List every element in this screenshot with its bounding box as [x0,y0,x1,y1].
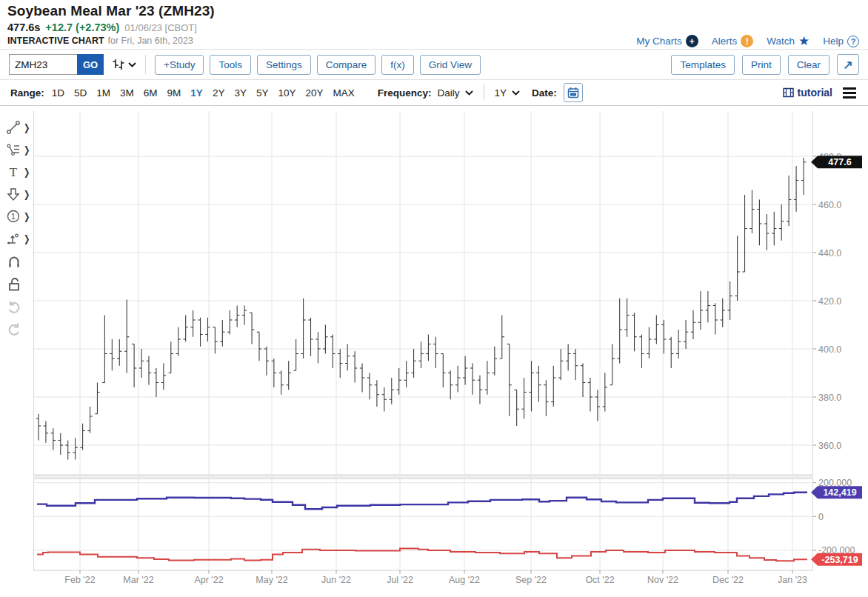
svg-text:1: 1 [11,212,16,221]
help-link[interactable]: Help ? [823,36,859,47]
price-date-exchange: 01/06/23 [CBOT] [124,22,197,33]
range-1y-active[interactable]: 1Y [190,87,203,99]
undo-icon [6,298,22,315]
frequency-dropdown[interactable]: Daily [438,87,473,99]
chart-toolbar: GO +Study Tools Settings Compare f(x) Gr… [0,50,868,80]
chevron-right-icon: ❯ [24,189,30,199]
measure-tool[interactable]: ❯ [0,229,33,248]
settings-button[interactable]: Settings [257,55,311,75]
tools-button[interactable]: Tools [210,55,251,75]
templates-button[interactable]: Templates [671,55,735,75]
star-icon: ★ [798,35,809,47]
range-5y[interactable]: 5Y [256,87,269,99]
svg-text:-253,719: -253,719 [821,555,858,565]
symbol-search: GO [9,54,104,75]
range-9m[interactable]: 9M [167,87,181,99]
measure-icon [6,231,21,246]
last-price: 477.6s [7,21,40,33]
range-max[interactable]: MAX [333,87,354,99]
date-label: Date: [532,87,557,99]
expand-chart-button[interactable]: ↗ [837,54,859,75]
svg-text:Jun '22: Jun '22 [321,575,351,585]
text-icon: T [6,164,21,179]
chart-type-selector[interactable] [111,58,136,71]
range-10y[interactable]: 10Y [278,87,296,99]
svg-text:440.0: 440.0 [818,248,841,259]
interactive-chart-page: { "header": { "title": "Soybean Meal Mar… [0,0,868,597]
arrow-annotation-tool[interactable]: ❯ [0,184,33,204]
date-picker-button[interactable] [564,83,583,102]
chevron-down-icon [465,90,473,96]
magnet-tool[interactable] [0,253,33,272]
redo-button[interactable] [0,319,33,338]
tutorial-video-icon [783,87,794,98]
function-button[interactable]: f(x) [381,55,414,75]
range-2y[interactable]: 2Y [213,87,225,99]
svg-text:Aug '22: Aug '22 [449,575,480,585]
undo-button[interactable] [0,297,33,316]
page-title: Soybean Meal Mar '23 (ZMH23) [7,3,861,19]
range-divider [484,84,484,101]
grid-view-button[interactable]: Grid View [420,55,481,75]
trendline-icon [6,120,21,135]
svg-text:Sep '22: Sep '22 [515,575,547,585]
drawing-tools-rail: ❯ ❯ T ❯ ❯ [0,106,33,570]
price-chart-canvas[interactable]: 480.0460.0440.0420.0400.0380.0360.0200,0… [0,106,868,597]
svg-text:460.0: 460.0 [818,200,841,210]
menu-hamburger-icon[interactable] [841,86,858,100]
svg-text:Nov '22: Nov '22 [647,575,678,585]
period-dropdown[interactable]: 1Y [495,87,521,99]
chevron-right-icon: ❯ [24,233,30,244]
expand-arrow-icon: ↗ [843,58,852,72]
svg-text:420.0: 420.0 [818,296,841,307]
plus-circle-icon: + [686,35,698,47]
question-icon: ? [847,36,859,47]
range-3y[interactable]: 3Y [234,87,247,99]
svg-text:Oct '22: Oct '22 [585,575,614,585]
lock-tool[interactable] [0,275,33,294]
range-6m[interactable]: 6M [144,87,158,99]
price-row: 477.6s +12.7 (+2.73%) 01/06/23 [CBOT] [7,21,861,33]
magnet-icon [6,254,22,270]
range-3m[interactable]: 3M [120,87,134,99]
svg-text:477.6: 477.6 [828,157,851,167]
range-1m[interactable]: 1M [96,87,110,99]
text-tool[interactable]: T ❯ [0,162,33,181]
fibonacci-tool[interactable]: ❯ [0,140,33,159]
ohlc-bars-icon [111,58,126,71]
chevron-right-icon: ❯ [24,167,30,177]
compare-button[interactable]: Compare [317,55,376,75]
chevron-right-icon: ❯ [24,211,30,221]
alert-icon: ! [741,35,753,47]
price-change: +12.7 (+2.73%) [45,21,119,33]
fibonacci-icon [6,142,21,157]
tutorial-link[interactable]: tutorial [783,87,832,99]
range-label: Range: [10,87,44,99]
svg-text:0: 0 [818,512,824,522]
trendline-tool[interactable]: ❯ [0,118,33,137]
svg-text:T: T [10,165,18,179]
svg-text:Feb '22: Feb '22 [64,575,95,585]
add-study-button[interactable]: +Study [155,55,204,75]
svg-text:Jan '23: Jan '23 [778,575,807,585]
range-bar-right: tutorial [783,86,858,100]
print-button[interactable]: Print [742,55,781,75]
my-charts-link[interactable]: My Charts + [636,35,698,47]
range-1d[interactable]: 1D [52,87,64,99]
number-annotation-tool[interactable]: 1 ❯ [0,207,33,226]
alerts-link[interactable]: Alerts ! [712,35,754,47]
symbol-input[interactable] [9,54,77,75]
toolbar-right-group: Templates Print Clear ↗ [671,54,859,75]
range-5d[interactable]: 5D [74,87,87,99]
go-button[interactable]: GO [77,54,104,75]
unlock-icon [6,276,22,293]
interactive-chart-label: INTERACTIVE CHART [7,36,104,46]
frequency-label: Frequency: [378,87,432,99]
svg-text:Mar '22: Mar '22 [123,575,153,585]
toolbar-divider [145,55,146,74]
range-20y[interactable]: 20Y [305,87,323,99]
clear-button[interactable]: Clear [788,55,829,75]
chart-section: ❯ ❯ T ❯ ❯ [0,105,868,596]
svg-text:Apr '22: Apr '22 [194,575,223,585]
watch-link[interactable]: Watch ★ [767,35,809,47]
